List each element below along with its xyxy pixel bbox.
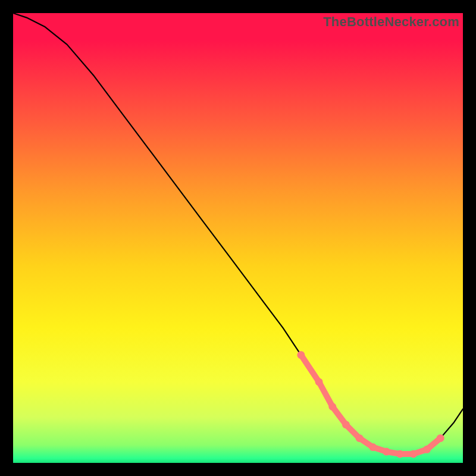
plot-area: TheBottleNecker.com <box>13 13 463 463</box>
marker-dash <box>301 355 319 382</box>
marker-dot <box>409 450 417 458</box>
marker-dot <box>383 448 390 456</box>
marker-dot <box>328 403 336 411</box>
bottleneck-curve <box>13 13 463 454</box>
marker-dot <box>315 378 323 386</box>
marker-dot <box>396 450 404 458</box>
chart-frame: TheBottleNecker.com <box>0 0 476 476</box>
marker-dot <box>369 443 377 451</box>
marker-dot <box>423 446 431 453</box>
watermark-text: TheBottleNecker.com <box>323 14 459 30</box>
marker-dot <box>297 351 305 359</box>
chart-svg <box>13 13 463 463</box>
marker-dot <box>356 434 364 442</box>
marker-dot <box>437 434 444 442</box>
marker-dash <box>319 382 333 407</box>
marker-group <box>297 351 444 458</box>
marker-dot <box>342 421 350 428</box>
